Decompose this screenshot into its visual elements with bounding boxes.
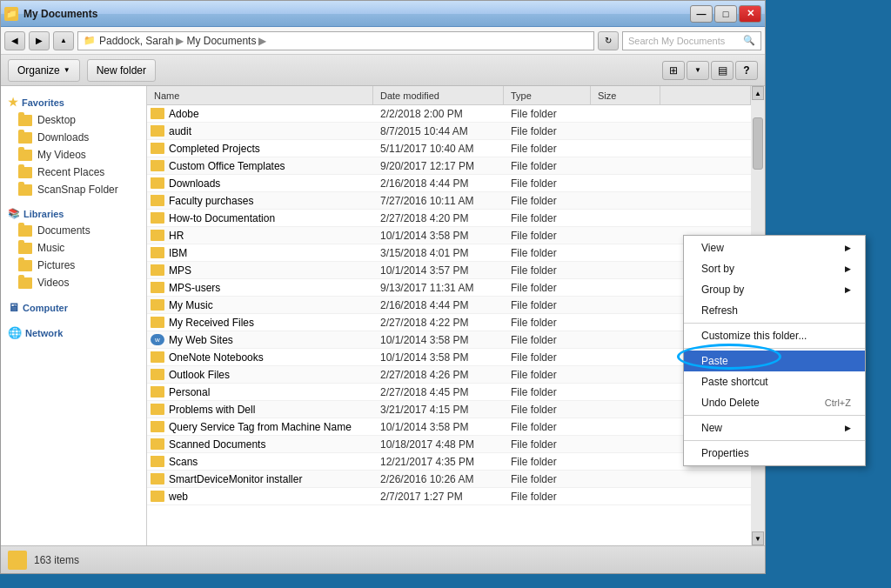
sidebar-item-documents[interactable]: Documents	[1, 222, 146, 239]
sidebar-item-my-videos[interactable]: My Videos	[1, 146, 146, 164]
maximize-button[interactable]: □	[714, 5, 737, 23]
web-icon: w	[151, 334, 164, 345]
file-row[interactable]: SmartDeviceMonitor installer2/26/2016 10…	[147, 471, 751, 488]
scroll-up-button[interactable]: ▲	[752, 86, 764, 100]
address-path[interactable]: 📁 Paddock, Sarah ▶ My Documents ▶	[77, 31, 594, 50]
file-row[interactable]: Faculty purchases7/27/2016 10:11 AMFile …	[147, 192, 751, 210]
ctx-item-undo-delete[interactable]: Undo DeleteCtrl+Z	[684, 392, 865, 413]
file-row[interactable]: Adobe2/2/2018 2:00 PMFile folder	[147, 105, 751, 123]
col-header-name[interactable]: Name	[147, 86, 373, 104]
file-type-cell: File folder	[504, 421, 591, 433]
sidebar-item-downloads[interactable]: Downloads	[1, 129, 146, 146]
file-row[interactable]: OneNote Notebooks10/1/2014 3:58 PMFile f…	[147, 349, 751, 366]
scrollbar-thumb[interactable]	[753, 117, 763, 170]
file-row[interactable]: Outlook Files2/27/2018 4:26 PMFile folde…	[147, 366, 751, 384]
ctx-item-new[interactable]: New▶	[684, 418, 865, 438]
ctx-item-properties[interactable]: Properties	[684, 443, 865, 464]
view-arrow-button[interactable]: ▼	[687, 61, 709, 80]
ctx-item-paste-shortcut[interactable]: Paste shortcut	[684, 371, 865, 392]
file-row[interactable]: Query Service Tag from Machine Name10/1/…	[147, 418, 751, 436]
organize-arrow: ▼	[64, 66, 70, 74]
organize-button[interactable]: Organize ▼	[8, 59, 80, 82]
sidebar-item-desktop[interactable]: Desktop	[1, 111, 146, 129]
scansnap-label: ScanSnap Folder	[37, 184, 118, 196]
file-type-cell: File folder	[504, 317, 591, 329]
sidebar-item-videos[interactable]: Videos	[1, 274, 146, 291]
ctx-item-customize[interactable]: Customize this folder...	[684, 325, 865, 346]
file-type-cell: File folder	[504, 108, 591, 120]
scroll-down-button[interactable]: ▼	[752, 531, 764, 545]
sidebar-item-pictures[interactable]: Pictures	[1, 257, 146, 274]
ctx-item-label: Paste shortcut	[701, 376, 768, 388]
context-menu: View▶Sort by▶Group by▶RefreshCustomize t…	[683, 235, 866, 466]
up-button[interactable]: ▲	[53, 31, 74, 50]
file-row[interactable]: Completed Projects5/11/2017 10:40 AMFile…	[147, 140, 751, 157]
file-row[interactable]: web2/7/2017 1:27 PMFile folder	[147, 488, 751, 505]
file-row[interactable]: MPS-users9/13/2017 11:31 AMFile folder	[147, 279, 751, 297]
close-button[interactable]: ✕	[739, 5, 761, 23]
view-toggle-button[interactable]: ⊞	[662, 61, 685, 80]
help-button[interactable]: ?	[735, 61, 758, 80]
file-row[interactable]: MPS10/1/2014 3:57 PMFile folder	[147, 262, 751, 279]
sidebar-heading-computer[interactable]: 🖥 Computer	[1, 298, 146, 317]
file-row[interactable]: IBM3/15/2018 4:01 PMFile folder	[147, 244, 751, 262]
file-row[interactable]: wMy Web Sites10/1/2014 3:58 PMFile folde…	[147, 331, 751, 349]
file-rows: Adobe2/2/2018 2:00 PMFile folderaudit8/7…	[147, 105, 751, 505]
file-date-cell: 2/7/2017 1:27 PM	[373, 491, 504, 503]
col-header-size[interactable]: Size	[591, 86, 660, 104]
file-date-cell: 10/1/2014 3:58 PM	[373, 421, 504, 433]
file-row[interactable]: HR10/1/2014 3:58 PMFile folder	[147, 227, 751, 244]
refresh-nav-button[interactable]: ↻	[598, 31, 619, 50]
file-row[interactable]: Scanned Documents10/18/2017 4:48 PMFile …	[147, 436, 751, 453]
ctx-item-label: Refresh	[701, 304, 738, 317]
my-videos-icon	[18, 150, 32, 161]
sidebar-item-music[interactable]: Music	[1, 239, 146, 257]
search-box[interactable]: Search My Documents 🔍	[622, 31, 761, 50]
file-row[interactable]: Personal2/27/2018 4:45 PMFile folder	[147, 384, 751, 401]
back-button[interactable]: ◀	[4, 31, 25, 50]
file-date-cell: 12/21/2017 4:35 PM	[373, 456, 504, 468]
file-date-cell: 10/18/2017 4:48 PM	[373, 438, 504, 451]
libraries-icon: 📚	[8, 208, 20, 219]
minimize-button[interactable]: —	[690, 5, 713, 23]
ctx-item-group-by[interactable]: Group by▶	[684, 279, 865, 300]
file-name-cell: How-to Documentation	[147, 212, 373, 224]
path-root: Paddock, Sarah	[99, 35, 173, 47]
sidebar-heading-network[interactable]: 🌐 Network	[1, 324, 146, 342]
libraries-label: Libraries	[23, 209, 64, 219]
ctx-separator	[684, 323, 865, 324]
folder-icon	[151, 456, 164, 467]
col-header-type[interactable]: Type	[504, 86, 591, 104]
ctx-item-view[interactable]: View▶	[684, 237, 865, 258]
file-row[interactable]: Problems with Dell3/21/2017 4:15 PMFile …	[147, 401, 751, 418]
ctx-item-sort-by[interactable]: Sort by▶	[684, 258, 865, 279]
file-row[interactable]: How-to Documentation2/27/2018 4:20 PMFil…	[147, 210, 751, 227]
sidebar-heading-libraries[interactable]: 📚 Libraries	[1, 205, 146, 222]
file-date-cell: 8/7/2015 10:44 AM	[373, 125, 504, 137]
recent-places-icon	[18, 167, 32, 178]
file-row[interactable]: audit8/7/2015 10:44 AMFile folder	[147, 123, 751, 140]
col-header-rest	[660, 86, 751, 104]
file-date-cell: 2/16/2018 4:44 PM	[373, 177, 504, 190]
file-row[interactable]: My Received Files2/27/2018 4:22 PMFile f…	[147, 314, 751, 331]
sidebar-item-recent-places[interactable]: Recent Places	[1, 164, 146, 181]
pane-button[interactable]: ▤	[711, 61, 734, 80]
ctx-item-paste[interactable]: Paste	[684, 351, 865, 371]
col-header-date[interactable]: Date modified	[373, 86, 504, 104]
file-row[interactable]: Downloads2/16/2018 4:44 PMFile folder	[147, 175, 751, 192]
new-folder-button[interactable]: New folder	[87, 59, 156, 82]
file-date-cell: 10/1/2014 3:58 PM	[373, 334, 504, 346]
sidebar-item-scansnap[interactable]: ScanSnap Folder	[1, 181, 146, 198]
folder-icon	[151, 299, 164, 311]
sidebar-heading-favorites[interactable]: ★ Favorites	[1, 93, 146, 111]
folder-icon	[151, 421, 164, 432]
file-row[interactable]: Custom Office Templates9/20/2017 12:17 P…	[147, 157, 751, 175]
title-bar: 📁 My Documents — □ ✕	[1, 1, 765, 27]
file-date-cell: 5/11/2017 10:40 AM	[373, 143, 504, 155]
file-row[interactable]: My Music2/16/2018 4:44 PMFile folder	[147, 297, 751, 314]
ctx-item-refresh[interactable]: Refresh	[684, 300, 865, 321]
folder-icon	[151, 143, 164, 154]
file-list-container[interactable]: Name Date modified Type Size Adobe2/2/20…	[147, 86, 751, 545]
file-row[interactable]: Scans12/21/2017 4:35 PMFile folder	[147, 453, 751, 471]
forward-button[interactable]: ▶	[29, 31, 50, 50]
